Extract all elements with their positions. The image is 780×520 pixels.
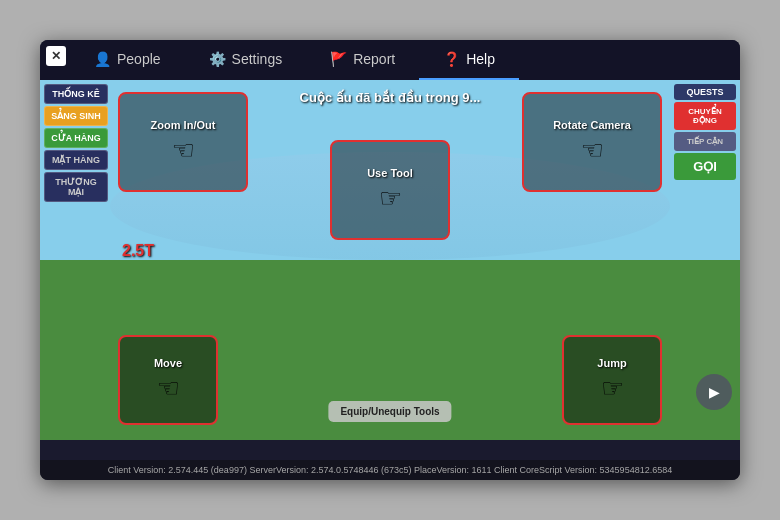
people-icon: 👤 xyxy=(94,51,111,67)
announcement-text: Cuộc ấu đã bắt đầu trong 9... xyxy=(300,90,481,105)
equip-button[interactable]: Equip/Unequip Tools xyxy=(328,401,451,422)
sidebar-thong-ke[interactable]: THỐNG KÊ xyxy=(44,84,108,104)
price-tag: 2.5T xyxy=(122,242,154,260)
quests-label: QUESTS xyxy=(674,84,736,100)
rotate-hand-icon: ☞ xyxy=(581,135,604,166)
close-button[interactable]: ✕ xyxy=(46,46,66,66)
jump-label: Jump xyxy=(597,357,626,369)
use-tool-control[interactable]: Use Tool ☞ xyxy=(330,140,450,240)
zoom-control[interactable]: Zoom In/Out ☞ xyxy=(118,92,248,192)
tab-help[interactable]: ❓ Help xyxy=(419,40,519,80)
use-tool-label: Use Tool xyxy=(367,167,413,179)
left-sidebar: THỐNG KÊ SẢNG SINH CỬA HÀNG MẶT HÀNG THƯ… xyxy=(40,80,112,440)
zoom-hand-icon: ☞ xyxy=(172,135,195,166)
sidebar-cua-hang[interactable]: CỬA HÀNG xyxy=(44,128,108,148)
sidebar-chuyen-dong[interactable]: CHUYỂN ĐỘNG xyxy=(674,102,736,130)
joystick[interactable] xyxy=(696,374,732,410)
sidebar-goi[interactable]: GỌI xyxy=(674,153,736,180)
sidebar-mat-hang[interactable]: MẶT HÀNG xyxy=(44,150,108,170)
sidebar-tiep-can[interactable]: TIẾP CẬN xyxy=(674,132,736,151)
tab-report[interactable]: 🚩 Report xyxy=(306,40,419,80)
move-hand-icon: ☞ xyxy=(157,373,180,404)
jump-hand-icon: ☞ xyxy=(601,373,624,404)
use-tool-hand-icon: ☞ xyxy=(379,183,402,214)
game-window: ✕ 👤 People ⚙️ Settings 🚩 Report ❓ Help C… xyxy=(40,40,740,480)
sidebar-thuong-mai[interactable]: THƯƠNG MẠI xyxy=(44,172,108,202)
tab-people[interactable]: 👤 People xyxy=(70,40,185,80)
report-icon: 🚩 xyxy=(330,51,347,67)
jump-control[interactable]: Jump ☞ xyxy=(562,335,662,425)
status-bar: Client Version: 2.574.445 (dea997) Serve… xyxy=(40,460,740,480)
tab-bar: 👤 People ⚙️ Settings 🚩 Report ❓ Help xyxy=(40,40,740,80)
help-icon: ❓ xyxy=(443,51,460,67)
move-control[interactable]: Move ☞ xyxy=(118,335,218,425)
game-area: Cuộc ấu đã bắt đầu trong 9... 2.5T THỐNG… xyxy=(40,80,740,440)
rotate-control[interactable]: Rotate Camera ☞ xyxy=(522,92,662,192)
sidebar-sang-sinh[interactable]: SẢNG SINH xyxy=(44,106,108,126)
rotate-label: Rotate Camera xyxy=(553,119,631,131)
zoom-label: Zoom In/Out xyxy=(151,119,216,131)
settings-icon: ⚙️ xyxy=(209,51,226,67)
tab-settings[interactable]: ⚙️ Settings xyxy=(185,40,307,80)
move-label: Move xyxy=(154,357,182,369)
